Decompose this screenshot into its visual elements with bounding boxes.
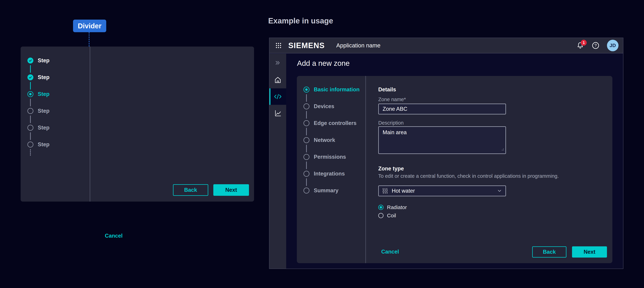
wizard-step[interactable]: Summary (304, 187, 338, 194)
step-pending-icon (304, 103, 310, 109)
wizard-step[interactable]: Devices (304, 102, 334, 110)
double-chevron-right-icon (274, 60, 281, 66)
wizard-step[interactable]: Integrations (304, 170, 345, 178)
line-chart-icon (274, 109, 282, 117)
siemens-logo: SIEMENS (288, 41, 325, 50)
cancel-button[interactable]: Cancel (381, 248, 399, 256)
zone-name-input[interactable]: Zone ABC (378, 104, 506, 114)
avatar[interactable]: JD (607, 40, 618, 51)
step-label: Step (38, 108, 50, 114)
chevron-down-icon (497, 188, 502, 193)
zone-name-value: Zone ABC (383, 106, 407, 112)
back-button[interactable]: Back (173, 184, 208, 196)
step-completed-icon (28, 74, 33, 80)
app-header: SIEMENS Application name 1 ? (270, 38, 623, 53)
next-button[interactable]: Next (213, 184, 249, 196)
step-connector (306, 145, 307, 153)
step-connector (30, 99, 31, 106)
step-label: Network (314, 137, 335, 143)
step-label: Edge controllers (314, 120, 356, 126)
description-label: Description (378, 120, 404, 126)
description-textarea[interactable]: Main area (378, 126, 506, 154)
step-overflow-dashes (30, 149, 31, 156)
radio-radiator[interactable]: Radiator (378, 204, 407, 211)
step-connector (306, 178, 307, 186)
wizard-step[interactable]: Network (304, 136, 335, 144)
wizard-step[interactable]: Step (28, 141, 50, 148)
sidebar-collapse-button[interactable] (270, 55, 286, 71)
sidebar-item-home[interactable] (270, 72, 286, 88)
step-label: Step (38, 57, 50, 64)
home-icon (274, 76, 282, 84)
wizard-step[interactable]: Step (28, 73, 50, 81)
application-name: Application name (336, 42, 380, 49)
app-switcher-icon[interactable] (275, 42, 282, 49)
step-connector (306, 94, 307, 102)
sidebar (270, 54, 286, 268)
step-pending-icon (304, 137, 310, 143)
step-connector (30, 82, 31, 90)
step-pending-icon (28, 141, 33, 148)
step-label: Step (38, 141, 50, 148)
back-button[interactable]: Back (532, 246, 566, 257)
help-button[interactable]: ? (592, 42, 600, 50)
step-connector (30, 132, 31, 140)
wizard-step[interactable]: Step (28, 90, 50, 98)
notifications-button[interactable]: 1 (576, 42, 584, 50)
radio-label: Coil (387, 213, 396, 219)
details-heading: Details (378, 86, 396, 93)
step-current-icon (304, 87, 310, 93)
step-pending-icon (304, 188, 310, 194)
hot-water-icon (382, 188, 388, 194)
divider-callout: Divider (73, 20, 106, 32)
step-label: Summary (314, 187, 338, 194)
wizard-step[interactable]: Permissions (304, 153, 346, 161)
zone-type-heading: Zone type (378, 166, 404, 172)
step-pending-icon (28, 108, 33, 114)
sidebar-item-programming[interactable] (270, 88, 286, 105)
zone-type-help-text: To edit or create a central function, ch… (378, 173, 559, 179)
description-value: Main area (383, 129, 407, 135)
step-pending-icon (304, 171, 310, 177)
wizard-step[interactable]: Basic information (304, 86, 360, 93)
step-label: Devices (314, 103, 334, 109)
next-button[interactable]: Next (572, 246, 607, 257)
zone-type-value: Hot water (392, 188, 415, 194)
zone-type-select[interactable]: Hot water (378, 186, 506, 196)
vertical-divider (90, 47, 90, 202)
step-pending-icon (28, 125, 33, 131)
zone-name-label: Zone name* (378, 97, 406, 102)
vertical-divider (366, 76, 366, 263)
wizard-step[interactable]: Step (28, 57, 50, 64)
step-connector (306, 128, 307, 135)
page-title: Add a new zone (297, 59, 350, 68)
wizard-card: Basic information Devices Edge controlle… (297, 76, 612, 263)
radio-icon (378, 205, 384, 210)
step-label: Permissions (314, 154, 346, 160)
wizard-step[interactable]: Edge controllers (304, 119, 356, 127)
step-pending-icon (304, 154, 310, 160)
step-label: Basic information (314, 86, 360, 93)
callout-pointer-line (89, 32, 90, 47)
step-connector (306, 162, 307, 169)
radio-coil[interactable]: Coil (378, 212, 396, 219)
wizard-step[interactable]: Step (28, 107, 50, 115)
radio-label: Radiator (387, 204, 407, 210)
resize-grip-icon[interactable] (501, 146, 504, 153)
step-pending-icon (304, 120, 310, 126)
wizard-step[interactable]: Step (28, 124, 50, 131)
step-connector (306, 111, 307, 119)
code-icon (274, 93, 282, 100)
notification-badge: 1 (581, 40, 587, 46)
step-label: Step (38, 74, 50, 80)
step-completed-icon (28, 58, 33, 64)
sidebar-item-analytics[interactable] (270, 105, 286, 121)
step-label: Integrations (314, 171, 345, 177)
app-window: SIEMENS Application name 1 ? (269, 38, 624, 269)
cancel-button[interactable]: Cancel (105, 233, 123, 239)
wizard-demo-card: Step Step Step Step Step (20, 47, 254, 202)
step-connector (30, 115, 31, 123)
step-connector (30, 65, 31, 73)
step-label: Step (38, 124, 50, 131)
header-actions: 1 ? JD (576, 40, 618, 51)
